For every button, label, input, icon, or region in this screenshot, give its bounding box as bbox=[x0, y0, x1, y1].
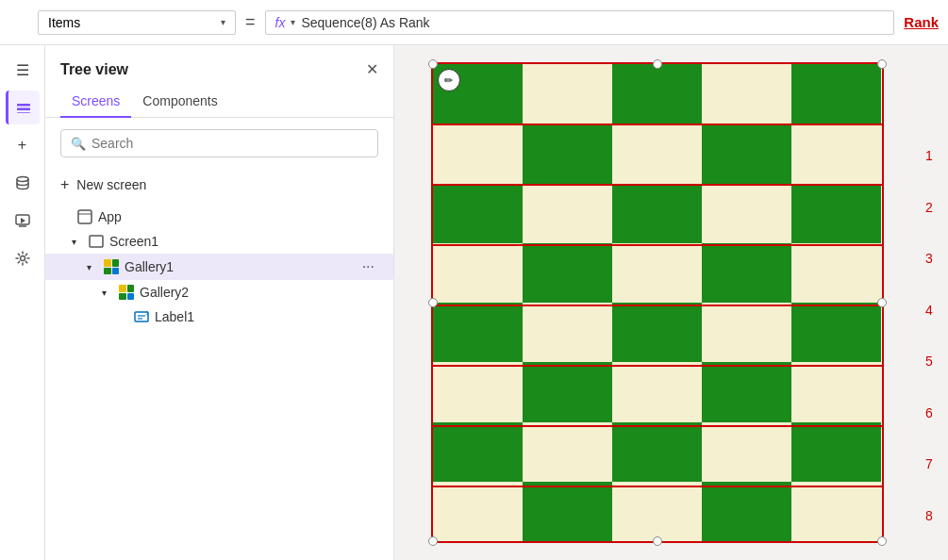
handle-bottom-center[interactable] bbox=[653, 536, 662, 546]
add-button[interactable]: + bbox=[6, 128, 40, 162]
svg-rect-10 bbox=[135, 312, 148, 321]
cell-r8c4 bbox=[702, 482, 791, 541]
row-divider-1 bbox=[433, 124, 882, 125]
handle-bottom-right[interactable] bbox=[877, 536, 887, 546]
rank-1: 1 bbox=[925, 148, 933, 163]
cell-r3c5 bbox=[791, 184, 881, 243]
cell-r5c5 bbox=[791, 303, 881, 362]
tree-item-gallery1[interactable]: ▾ Gallery1 ··· bbox=[45, 254, 393, 280]
cell-r4c4 bbox=[702, 243, 791, 303]
handle-mid-right[interactable] bbox=[877, 298, 887, 307]
cell-r6c1 bbox=[433, 362, 523, 421]
handle-top-right[interactable] bbox=[877, 59, 887, 69]
gallery1-more-button[interactable]: ··· bbox=[358, 258, 378, 275]
svg-point-6 bbox=[20, 256, 25, 261]
menu-button[interactable]: ☰ bbox=[6, 53, 40, 87]
main-layout: ☰ + Tree view ✕ Screens Components bbox=[0, 45, 948, 560]
cell-r7c2 bbox=[523, 422, 612, 482]
items-dropdown[interactable]: Items ▾ bbox=[38, 10, 236, 35]
formula-text: Sequence(8) As Rank bbox=[301, 15, 429, 30]
cell-r1c3 bbox=[612, 64, 702, 124]
search-box[interactable]: 🔍 bbox=[60, 129, 378, 157]
cell-r2c2 bbox=[523, 124, 612, 183]
row-divider-7 bbox=[433, 486, 882, 487]
tools-button[interactable] bbox=[6, 241, 40, 275]
cell-r2c1 bbox=[433, 124, 523, 183]
close-button[interactable]: ✕ bbox=[366, 60, 378, 78]
gallery1-collapse-arrow: ▾ bbox=[87, 262, 98, 272]
cell-r8c5 bbox=[791, 482, 881, 541]
rank-8: 8 bbox=[925, 508, 933, 523]
cell-r3c2 bbox=[523, 184, 612, 243]
media-button[interactable] bbox=[6, 204, 40, 238]
icon-sidebar: ☰ + bbox=[0, 45, 45, 560]
equals-icon: = bbox=[245, 12, 256, 32]
checker-container: ✏ bbox=[431, 62, 884, 543]
cell-r5c3 bbox=[612, 303, 702, 362]
formula-bar[interactable]: fx ▾ Sequence(8) As Rank bbox=[265, 10, 895, 35]
handle-mid-left[interactable] bbox=[428, 298, 438, 307]
data-button[interactable] bbox=[6, 166, 40, 200]
checker-board[interactable]: ✏ bbox=[431, 62, 884, 543]
cell-r4c1 bbox=[433, 243, 523, 303]
edit-icon[interactable]: ✏ bbox=[438, 69, 460, 91]
tree-item-label1[interactable]: Label1 bbox=[45, 305, 393, 329]
screen-icon bbox=[89, 235, 104, 248]
cell-r6c3 bbox=[612, 362, 702, 421]
cell-r8c3 bbox=[612, 482, 702, 541]
new-screen-label: New screen bbox=[76, 177, 146, 192]
cell-r6c2 bbox=[523, 362, 612, 421]
svg-rect-9 bbox=[90, 236, 103, 247]
cell-r2c5 bbox=[791, 124, 881, 183]
rank-7: 7 bbox=[925, 456, 933, 471]
tree-item-screen1[interactable]: ▾ Screen1 bbox=[45, 229, 393, 254]
search-input[interactable] bbox=[91, 136, 368, 151]
tree-title: Tree view bbox=[60, 61, 128, 78]
cell-r3c1 bbox=[433, 184, 523, 243]
svg-rect-0 bbox=[17, 104, 30, 107]
cell-r2c4 bbox=[702, 124, 791, 183]
items-label: Items bbox=[48, 15, 215, 30]
gallery1-icon bbox=[104, 259, 119, 274]
svg-point-3 bbox=[17, 177, 28, 182]
cell-r6c4 bbox=[702, 362, 791, 421]
svg-rect-2 bbox=[17, 112, 30, 113]
cell-r5c1 bbox=[433, 303, 523, 362]
plus-icon: + bbox=[60, 176, 69, 193]
search-icon: 🔍 bbox=[71, 137, 86, 151]
svg-rect-7 bbox=[78, 210, 91, 223]
handle-top-left[interactable] bbox=[428, 59, 438, 69]
cell-r7c1 bbox=[433, 422, 523, 482]
label1-icon bbox=[134, 309, 149, 324]
tree-item-app[interactable]: App bbox=[45, 205, 393, 229]
fx-chevron-icon: ▾ bbox=[291, 17, 295, 27]
tree-item-gallery2[interactable]: ▾ Gallery2 bbox=[45, 280, 393, 305]
fx-icon: fx bbox=[275, 15, 286, 30]
cell-r7c3 bbox=[612, 422, 702, 482]
tab-components[interactable]: Components bbox=[131, 86, 228, 118]
screen1-label: Screen1 bbox=[109, 234, 378, 249]
cell-r1c4 bbox=[702, 64, 791, 124]
row-divider-3 bbox=[433, 244, 882, 246]
cell-r3c3 bbox=[612, 184, 702, 243]
gallery1-label: Gallery1 bbox=[125, 259, 353, 274]
cell-r4c2 bbox=[523, 243, 612, 303]
layers-button[interactable] bbox=[6, 91, 40, 124]
tree-items: App ▾ Screen1 ▾ Gallery1 bbox=[45, 201, 393, 560]
handle-bottom-left[interactable] bbox=[428, 536, 438, 546]
tab-screens[interactable]: Screens bbox=[60, 86, 131, 118]
checker-grid bbox=[433, 64, 882, 541]
chevron-down-icon: ▾ bbox=[221, 17, 225, 27]
handle-top-center[interactable] bbox=[653, 59, 662, 69]
cell-r2c3 bbox=[612, 124, 702, 183]
collapse-arrow: ▾ bbox=[72, 237, 83, 247]
new-screen-button[interactable]: + New screen bbox=[45, 169, 393, 201]
rank-3: 3 bbox=[925, 251, 933, 266]
row-divider-6 bbox=[433, 425, 882, 427]
cell-r4c3 bbox=[612, 243, 702, 303]
cell-r8c2 bbox=[523, 482, 612, 541]
rank-6: 6 bbox=[925, 405, 933, 420]
label1-label: Label1 bbox=[155, 309, 378, 324]
cell-r8c1 bbox=[433, 482, 523, 541]
cell-r5c4 bbox=[702, 303, 791, 362]
